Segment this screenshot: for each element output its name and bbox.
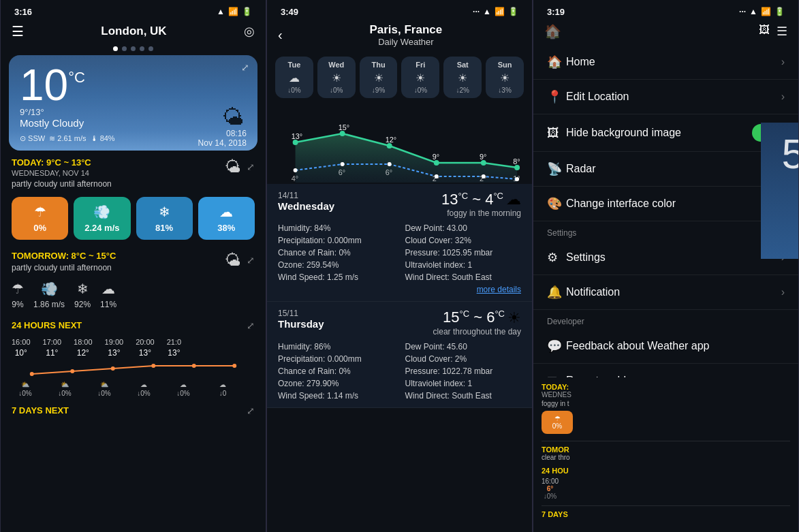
card-humidity: ❄ 81% xyxy=(136,197,193,240)
svg-point-2 xyxy=(111,366,115,371)
svg-text:8°: 8° xyxy=(513,157,520,166)
hour-icons: ⛅ ↓0% ⛅ ↓0% ⛅ ↓0% ☁ ↓0% ☁ ↓0% ☁ ↓0 xyxy=(1,378,266,400)
menu-item-home[interactable]: 🏠 Home › xyxy=(533,45,798,80)
day-sat[interactable]: Sat ☀ ↓2% xyxy=(443,57,482,98)
p3-tmr-label: TOMOR xyxy=(542,445,790,454)
hour-temp-6: 13° xyxy=(168,348,180,358)
expand-hours[interactable]: ⤢ xyxy=(247,320,255,331)
p3-menu-icon[interactable]: ☰ xyxy=(777,24,787,39)
status-icons-3: ··· ▲ 📶 🔋 xyxy=(739,7,785,16)
hour-time-2: 17:00 xyxy=(43,338,62,346)
today-date: WEDNESDAY, NOV 14 xyxy=(12,169,112,177)
p1-location-icon[interactable]: ◎ xyxy=(244,24,255,39)
dot-4[interactable] xyxy=(140,46,144,51)
hours-row: 16:00 10° 17:00 11° 18:00 12° 19:00 13° … xyxy=(1,334,266,362)
h-cloud-5: ☁ xyxy=(180,381,187,388)
dot-5[interactable] xyxy=(148,46,153,51)
wind-info: ⊙ SSW ≋ 2.61 m/s 🌡 84% xyxy=(20,134,115,143)
location-menu-icon: 📍 xyxy=(547,89,566,104)
expand-icon[interactable]: ⤢ xyxy=(241,62,249,73)
day-fri[interactable]: Fri ☀ ↓0% xyxy=(401,57,439,98)
svg-text:2°: 2° xyxy=(480,174,486,183)
day-thu-icon: ☀ xyxy=(362,72,395,84)
menu-item-hide-bg[interactable]: 🖼 Hide background image xyxy=(533,114,798,152)
tmr-card-precip: ☂ 9% xyxy=(12,281,24,309)
detail1-pressure: Pressure: 1025.95 mbar xyxy=(405,248,522,257)
day-sun[interactable]: Sun ☀ ↓3% xyxy=(486,57,524,98)
svg-point-12 xyxy=(514,165,520,170)
detail2-winddir: Wind Direct: South East xyxy=(405,391,522,401)
phone-2: 3:49 ··· ▲ 📶 🔋 ‹ Paris, France Daily Wea… xyxy=(266,0,533,532)
detail1-ozone: Ozone: 259.54% xyxy=(278,260,394,270)
p2-title-block: Paris, France Daily Weather xyxy=(291,23,521,47)
detail-section-2: 15/11 Thursday 15°C ~ 6°C ☀ clear throug… xyxy=(267,302,532,407)
status-bar-1: 3:16 ▲ 📶 🔋 xyxy=(1,0,266,20)
tmr-wind-icon: 💨 xyxy=(41,281,58,297)
7days-section: 7 DAYS NEXT ⤢ xyxy=(1,400,266,419)
svg-text:1°: 1° xyxy=(513,174,520,183)
expand-days[interactable]: ⤢ xyxy=(247,405,255,416)
battery-icon: 🔋 xyxy=(242,7,252,16)
svg-text:13°: 13° xyxy=(292,132,302,140)
detail1-rain: Chance of Rain: 0% xyxy=(278,248,394,257)
detail2-temp: 15°C ~ 6°C xyxy=(443,309,505,326)
svg-point-3 xyxy=(151,364,155,368)
dot-3[interactable] xyxy=(131,46,136,51)
h-icon-1: ⛅ ↓0% xyxy=(12,381,39,397)
card-precip-val: 0% xyxy=(17,223,63,233)
menu-item-radar[interactable]: 📡 Radar › xyxy=(533,152,798,187)
card-precip: ☂ 0% xyxy=(12,197,68,240)
tomorrow-cards: ☂ 9% 💨 1.86 m/s ❄ 92% ☁ 11% xyxy=(1,275,266,315)
svg-point-0 xyxy=(30,372,34,376)
h-precip-4: ↓0% xyxy=(137,390,150,397)
detail1-temp: 13°C ~ 4°C xyxy=(441,191,503,208)
menu-item-interface-color[interactable]: 🎨 Change interface color › xyxy=(533,187,798,221)
day-wed[interactable]: Wed ☀ ↓0% xyxy=(317,57,356,98)
day-tue[interactable]: Tue ☁ ↓0% xyxy=(275,57,313,98)
detail2-cloud: Cloud Cover: 2% xyxy=(405,354,522,364)
h-cloud-6: ☁ xyxy=(219,381,226,388)
tmr-cloud-icon: ☁ xyxy=(101,281,115,297)
tmr-snow-icon: ❄ xyxy=(77,281,89,297)
detail2-condition: clear throughout the day xyxy=(433,327,521,337)
detail1-date: 14/11 xyxy=(278,191,334,200)
menu-item-notification[interactable]: 🔔 Notification › xyxy=(533,275,798,310)
notif-menu-icon: 🔔 xyxy=(547,285,566,300)
wifi-3-icon: 📶 xyxy=(761,7,771,16)
detail2-grid: Humidity: 86% Dew Point: 45.60 Precipita… xyxy=(278,342,521,401)
hour-item-2: 17:00 11° xyxy=(43,338,62,358)
more-details-link[interactable]: more details xyxy=(405,285,522,294)
p1-header: ☰ London, UK ◎ xyxy=(1,20,266,45)
hamburger-icon[interactable]: ☰ xyxy=(12,23,24,40)
meta-left: ⊙ SSW ≋ 2.61 m/s 🌡 84% xyxy=(20,134,115,143)
expand-tomorrow[interactable]: ⤢ xyxy=(247,255,255,266)
expand-today[interactable]: ⤢ xyxy=(247,161,255,172)
p3-camera-icon[interactable]: 🖼 xyxy=(759,24,770,39)
p3-home-icon: 🏠 xyxy=(544,23,561,40)
dot-1[interactable] xyxy=(113,46,118,51)
tmr-cloud-val: 11% xyxy=(100,300,116,309)
back-button[interactable]: ‹ xyxy=(278,27,283,43)
today-desc: partly cloudy until afternoon xyxy=(12,179,112,189)
home-menu-icon: 🏠 xyxy=(547,54,566,69)
h-icon-5: ☁ ↓0% xyxy=(170,381,197,397)
menu-item-feedback[interactable]: 💬 Feedback about Weather app xyxy=(533,329,798,364)
day-sun-precip: ↓3% xyxy=(488,87,521,94)
p2-subtitle: Daily Weather xyxy=(291,37,521,47)
settings-label: Settings xyxy=(566,251,781,264)
weather-time: 08:16 Nov 14, 2018 xyxy=(198,129,247,148)
menu-item-edit-location[interactable]: 📍 Edit Location › xyxy=(533,80,798,114)
tmr-snow-val: 92% xyxy=(74,300,91,309)
day-thu[interactable]: Thu ☀ ↓9% xyxy=(360,57,398,98)
detail2-day: Thursday xyxy=(278,318,324,330)
day-wed-name: Wed xyxy=(320,61,353,69)
bg-menu-icon: 🖼 xyxy=(547,126,566,140)
hour-time-6: 21:0 xyxy=(167,338,181,346)
today-section: TODAY: 9°C ~ 13°C WEDNESDAY, NOV 14 part… xyxy=(1,151,266,191)
time-2: 3:49 xyxy=(281,7,298,17)
svg-text:6°: 6° xyxy=(386,168,392,176)
menu-item-settings[interactable]: ⚙ Settings › xyxy=(533,240,798,275)
status-icons-1: ▲ 📶 🔋 xyxy=(217,7,252,16)
day-tue-icon: ☁ xyxy=(278,72,311,84)
dot-2[interactable] xyxy=(122,46,127,51)
